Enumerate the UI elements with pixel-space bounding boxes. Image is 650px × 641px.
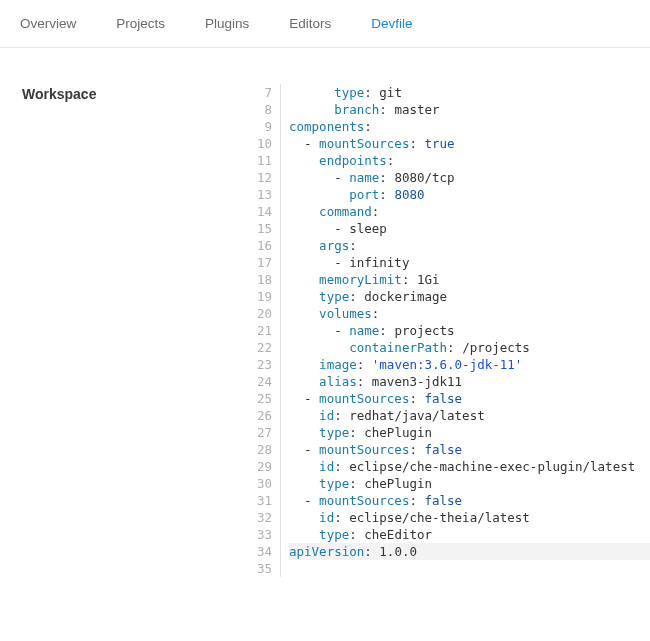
tab-editors[interactable]: Editors (269, 0, 351, 47)
line-number: 13 (240, 186, 272, 203)
code-line[interactable]: containerPath: /projects (289, 339, 650, 356)
line-number: 35 (240, 560, 272, 577)
code-line[interactable]: components: (289, 118, 650, 135)
code-line[interactable]: type: chePlugin (289, 475, 650, 492)
yaml-editor[interactable]: 7891011121314151617181920212223242526272… (240, 84, 650, 577)
line-number: 20 (240, 305, 272, 322)
line-number: 29 (240, 458, 272, 475)
tab-overview[interactable]: Overview (0, 0, 96, 47)
code-line[interactable]: command: (289, 203, 650, 220)
line-number: 11 (240, 152, 272, 169)
line-number: 12 (240, 169, 272, 186)
code-line[interactable]: - name: 8080/tcp (289, 169, 650, 186)
code-line[interactable]: - mountSources: false (289, 390, 650, 407)
code-line[interactable]: id: redhat/java/latest (289, 407, 650, 424)
line-number: 18 (240, 271, 272, 288)
line-number: 33 (240, 526, 272, 543)
line-number: 14 (240, 203, 272, 220)
code-line[interactable]: type: git (289, 84, 650, 101)
line-number: 8 (240, 101, 272, 118)
code-line[interactable]: id: eclipse/che-machine-exec-plugin/late… (289, 458, 650, 475)
line-number: 30 (240, 475, 272, 492)
code-line[interactable]: alias: maven3-jdk11 (289, 373, 650, 390)
line-number: 15 (240, 220, 272, 237)
line-number: 27 (240, 424, 272, 441)
code-line[interactable]: - mountSources: false (289, 492, 650, 509)
tab-plugins[interactable]: Plugins (185, 0, 269, 47)
line-number: 21 (240, 322, 272, 339)
code-line[interactable]: endpoints: (289, 152, 650, 169)
line-number: 25 (240, 390, 272, 407)
line-number: 22 (240, 339, 272, 356)
code-line[interactable]: memoryLimit: 1Gi (289, 271, 650, 288)
line-number: 23 (240, 356, 272, 373)
line-number: 34 (240, 543, 272, 560)
line-number: 9 (240, 118, 272, 135)
line-number: 24 (240, 373, 272, 390)
code-line[interactable]: id: eclipse/che-theia/latest (289, 509, 650, 526)
code-line[interactable]: type: chePlugin (289, 424, 650, 441)
code-line[interactable]: apiVersion: 1.0.0 (289, 543, 650, 560)
code-line[interactable]: branch: master (289, 101, 650, 118)
code-line[interactable]: args: (289, 237, 650, 254)
sidebar-section-title: Workspace (22, 86, 240, 102)
code-line[interactable]: - infinity (289, 254, 650, 271)
tab-projects[interactable]: Projects (96, 0, 185, 47)
code-line[interactable]: - mountSources: false (289, 441, 650, 458)
code-line[interactable]: - name: projects (289, 322, 650, 339)
line-number: 17 (240, 254, 272, 271)
code-line[interactable]: type: dockerimage (289, 288, 650, 305)
tab-devfile[interactable]: Devfile (351, 0, 432, 47)
line-number: 31 (240, 492, 272, 509)
line-number: 26 (240, 407, 272, 424)
code-line[interactable]: - sleep (289, 220, 650, 237)
code-line[interactable] (289, 560, 650, 577)
tab-bar: Overview Projects Plugins Editors Devfil… (0, 0, 650, 48)
line-number: 28 (240, 441, 272, 458)
line-number: 10 (240, 135, 272, 152)
line-number: 7 (240, 84, 272, 101)
editor-code[interactable]: type: git branch: mastercomponents: - mo… (280, 84, 650, 577)
code-line[interactable]: volumes: (289, 305, 650, 322)
sidebar: Workspace (0, 84, 240, 577)
editor-gutter: 7891011121314151617181920212223242526272… (240, 84, 280, 577)
content: Workspace 789101112131415161718192021222… (0, 48, 650, 577)
code-line[interactable]: image: 'maven:3.6.0-jdk-11' (289, 356, 650, 373)
code-line[interactable]: type: cheEditor (289, 526, 650, 543)
code-line[interactable]: - mountSources: true (289, 135, 650, 152)
line-number: 16 (240, 237, 272, 254)
line-number: 32 (240, 509, 272, 526)
line-number: 19 (240, 288, 272, 305)
code-line[interactable]: port: 8080 (289, 186, 650, 203)
